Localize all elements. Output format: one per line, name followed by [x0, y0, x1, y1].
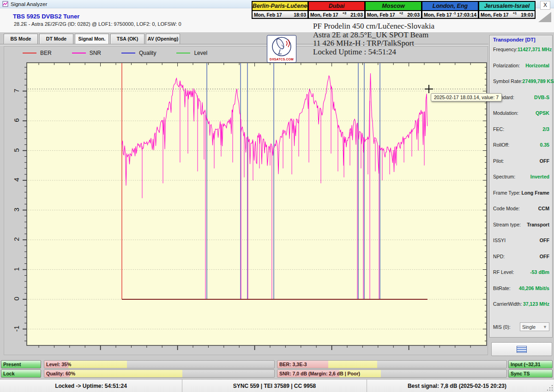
- clock-date: Mon, Feb 17: [254, 12, 282, 18]
- transponder-row: CarrierWidth:37,123 MHz: [493, 301, 549, 317]
- app-icon: [2, 1, 8, 7]
- window-title: Signal Analyzer: [11, 1, 47, 7]
- clock-time: 19:03: [521, 12, 533, 18]
- tab-dt-mode[interactable]: DT Mode: [39, 34, 73, 44]
- world-clocks: Berlin-Paris-LučenecMon, Feb 1718:03Duba…: [252, 1, 536, 19]
- clock-city: London, Eng: [422, 2, 478, 11]
- snr-history-chart[interactable]: [4, 47, 488, 355]
- clock-2: DubaiMon, Feb 17+321:03: [308, 1, 365, 19]
- y-axis-label: 5: [12, 145, 20, 154]
- signal-chart-panel: BERSNRQualityLevel 2025-02-17 18.03.14, …: [4, 46, 488, 355]
- mis-selected-value: Single: [522, 324, 536, 330]
- lock-indicator: Lock: [1, 369, 41, 378]
- caption-line-2: Astra 2E at 28.5°E_UK SPOT Beam: [313, 31, 434, 40]
- caption-line-4: Locked Uptime : 54:51:24: [313, 48, 434, 57]
- clock-time: 17:03:14: [457, 12, 476, 18]
- close-icon[interactable]: X: [540, 1, 550, 10]
- clock-date: Mon, Feb 17: [310, 12, 338, 18]
- snr-bar-label: SNR: 7,0 dB (Margin: 2,6 dB | Poor): [279, 370, 360, 377]
- clock-4: London, EngMon, Feb 17-117:03:14: [422, 1, 479, 19]
- chevron-down-icon: ▼: [543, 325, 547, 329]
- transponder-row: Polarization:Horizontal: [493, 63, 549, 79]
- input-indicator: Input (~32,31 Mbps): [508, 360, 553, 368]
- clock-date: Mon, Feb 17: [424, 12, 452, 18]
- tab-signal-mon[interactable]: Signal Mon.: [75, 34, 109, 44]
- transponder-panel-title: Transponder [DT]: [493, 37, 536, 42]
- tuner-name: TBS 5925 DVBS2 Tuner: [13, 13, 79, 20]
- clock-1: Berlin-Paris-LučenecMon, Feb 1718:03: [252, 1, 308, 19]
- status-uptime: Locked -> Uptime: 54:51:24: [0, 380, 182, 392]
- mis-select[interactable]: Single ▼: [520, 322, 549, 331]
- mis-label: MIS (0):: [493, 324, 511, 330]
- stream-view-button[interactable]: [491, 342, 552, 356]
- clock-utc-offset: +2: [395, 11, 407, 15]
- transponder-row: RollOff:0.35: [493, 142, 549, 158]
- ber-bar-label: BER: 3,3E-3: [279, 361, 307, 368]
- y-axis-label: 1: [12, 264, 20, 273]
- caption-line-1: PF Prodelin 450 cm/Lučenec-Slovakia: [313, 22, 434, 31]
- transponder-row: Stream type:Transport: [493, 222, 549, 238]
- stream-list-icon: [517, 346, 527, 353]
- transponder-row: RF Level:-53 dBm: [493, 269, 549, 285]
- transponder-row: Spectrum:Inverted: [493, 174, 549, 190]
- transponder-row: Code Mode:CCM: [493, 206, 549, 222]
- clock-utc-offset: +1: [509, 11, 521, 15]
- clock-city: Dubai: [309, 2, 364, 11]
- clock-city: Jerusalem-Israel: [479, 2, 535, 11]
- transponder-rows: Frequency:11427,371 MHzPolarization:Hori…: [493, 47, 549, 317]
- present-indicator: Present: [1, 360, 41, 368]
- dxsatcs-logo: DXSATCS.COM: [267, 35, 296, 63]
- logo-text: DXSATCS.COM: [267, 58, 296, 61]
- y-axis-label: 6: [12, 116, 20, 125]
- transponder-row: Modulation:QPSK: [493, 110, 549, 126]
- tab-bs-mode[interactable]: BS Mode: [4, 34, 38, 44]
- clock-city: Berlin-Paris-Lučenec: [253, 2, 307, 11]
- clock-5: Jerusalem-IsraelMon, Feb 17+119:03: [479, 1, 536, 19]
- sync-ts-indicator: Sync TS: [508, 369, 553, 378]
- quality-bar: Quality: 60%: [44, 369, 275, 378]
- mis-row: MIS (0): Single ▼: [493, 322, 549, 331]
- clock-time: 20:03: [407, 12, 420, 18]
- y-axis-label: 4: [12, 175, 20, 184]
- transponder-panel: Transponder [DT] Frequency:11427,371 MHz…: [489, 35, 553, 338]
- satellite-dish-icon: [268, 36, 295, 57]
- annotation-caption: PF Prodelin 450 cm/Lučenec-Slovakia Astr…: [313, 22, 434, 56]
- status-sync-tei-cc: SYNC 559 | TEI 37589 | CC 9958: [182, 380, 367, 392]
- gadget-fold-icon: [538, 12, 551, 22]
- mode-tabs: BS ModeDT ModeSignal Mon.TSA (OK)AV (Ope…: [4, 34, 180, 44]
- status-best-signal: Best signal: 7,8 dB (2025-02-15 20:23): [367, 380, 547, 392]
- y-axis-label: -1: [12, 324, 20, 333]
- clock-utc-offset: -1: [452, 11, 457, 15]
- y-axis-label: 2: [12, 235, 20, 244]
- quality-bar-label: Quality: 60%: [46, 370, 75, 377]
- clock-time: 18:03: [294, 12, 306, 18]
- clock-date: Mon, Feb 17: [481, 12, 509, 18]
- clock-city: Moscow: [366, 2, 421, 11]
- tuner-info: 28.2E - Astra 2E/2F/2G (ID: 0282) @ LOF1…: [14, 21, 181, 27]
- level-bar: Level: 35%: [44, 360, 275, 368]
- chart-tooltip: 2025-02-17 18.03.14, value: 7: [431, 93, 502, 101]
- transponder-row: Pilot:OFF: [493, 158, 549, 174]
- y-axis-label: 0: [12, 294, 20, 303]
- clock-3: MoscowMon, Feb 17+220:03: [365, 1, 422, 19]
- clock-utc-offset: +3: [338, 11, 350, 15]
- y-axis-label: 3: [12, 205, 20, 214]
- transponder-row: NPD:OFF: [493, 254, 549, 270]
- transponder-row: ISSYIOFF: [493, 238, 549, 254]
- ber-bar: BER: 3,3E-3: [277, 360, 507, 368]
- tab-tsa-ok[interactable]: TSA (OK): [110, 34, 145, 44]
- transponder-row: BitRate:40,206 Mbit/s: [493, 285, 549, 302]
- tab-av-opening[interactable]: AV (Opening): [146, 34, 180, 44]
- transponder-row: Symbol Rate:27499,789 KS/s: [493, 78, 549, 95]
- resize-grip[interactable]: [547, 385, 553, 391]
- transponder-row: Frequency:11427,371 MHz: [493, 47, 549, 63]
- level-bar-label: Level: 35%: [46, 361, 71, 368]
- clock-time: 21:03: [350, 12, 363, 18]
- transponder-row: FEC:2/3: [493, 126, 549, 143]
- status-bar: Locked -> Uptime: 54:51:24 SYNC 559 | TE…: [0, 379, 554, 392]
- y-axis-label: 7: [12, 86, 20, 95]
- snr-bar: SNR: 7,0 dB (Margin: 2,6 dB | Poor): [277, 369, 507, 378]
- clock-date: Mon, Feb 17: [367, 12, 395, 18]
- caption-line-3: 11 426 MHz-H : TRP/TalkSport: [313, 39, 434, 48]
- transponder-row: Frame Type:Long Frame: [493, 190, 549, 206]
